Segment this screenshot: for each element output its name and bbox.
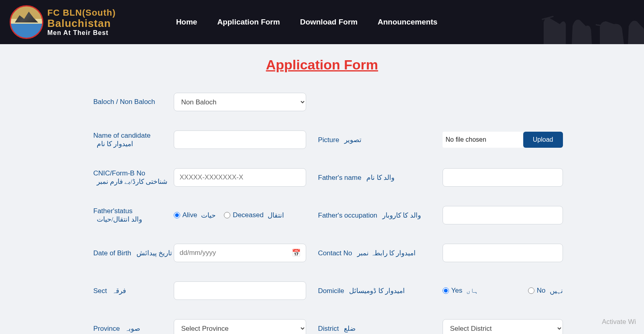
radio-domicile-no[interactable] <box>528 287 534 294</box>
radio-deceased-label[interactable]: Deceased انتقال <box>224 211 284 220</box>
label-father-name: Father's name والد کا نام <box>306 173 443 182</box>
label-picture: Picture تصویر <box>306 136 443 144</box>
row-sect-domicile: Sect فرقہ Domicile امیدوار کا ڈومیسائل Y… <box>37 281 607 300</box>
soldiers-silhouette-icon <box>540 2 644 44</box>
label-contact: Contact No امیدوار کا رابطہ نمبر <box>306 249 443 257</box>
main-nav: Home Application Form Download Form Anno… <box>176 18 437 26</box>
application-form: Baloch / Non Baloch Non Baloch Name of c… <box>25 93 619 334</box>
label-district: District ضلع <box>306 324 443 333</box>
select-baloch[interactable]: Non Baloch <box>174 93 306 111</box>
row-father-status-occupation: Father'status والد انتقال/حیات Alive حیا… <box>37 206 607 224</box>
input-father-name[interactable] <box>443 168 563 187</box>
label-domicile: Domicile امیدوار کا ڈومیسائل <box>306 287 443 295</box>
upload-button[interactable]: Upload <box>523 132 563 148</box>
select-province[interactable]: Select Province <box>174 319 306 334</box>
input-cnic[interactable] <box>174 168 306 187</box>
radio-alive-label[interactable]: Alive حیات <box>174 211 216 220</box>
input-father-occupation[interactable] <box>443 206 563 224</box>
row-province-district: Province صوبہ Select Province District ض… <box>37 319 607 334</box>
row-baloch: Baloch / Non Baloch Non Baloch <box>37 93 607 111</box>
row-cnic-father: CNIC/Form-B No شناختی کارڈ/بے فارم نمبر … <box>37 168 607 187</box>
file-chosen-text: No file chosen <box>443 132 523 148</box>
label-baloch: Baloch / Non Baloch <box>37 98 174 106</box>
row-dob-contact: Date of Birth تاریخ پیدائش 📅 Contact No … <box>37 244 607 262</box>
label-cnic: CNIC/Form-B No شناختی کارڈ/بے فارم نمبر <box>37 169 174 186</box>
label-sect: Sect فرقہ <box>37 287 174 295</box>
calendar-icon[interactable]: 📅 <box>292 248 301 257</box>
nav-application-form[interactable]: Application Form <box>217 18 280 26</box>
radio-deceased[interactable] <box>224 212 230 218</box>
radio-domicile-yes-label[interactable]: Yes ہاں <box>443 287 479 295</box>
radio-domicile-yes[interactable] <box>443 287 449 294</box>
input-candidate-name[interactable] <box>174 130 306 149</box>
input-sect[interactable] <box>174 281 306 300</box>
logo-line1: FC BLN(South) <box>47 8 116 18</box>
radio-domicile-no-label[interactable]: No نہیں <box>528 287 563 295</box>
radio-alive[interactable] <box>174 212 180 218</box>
select-district[interactable]: Select District <box>443 319 563 334</box>
label-candidate-name: Name of candidate امیدوار کا نام <box>37 132 174 148</box>
logo-line2: Baluchistan <box>47 18 116 29</box>
logo-line3: Men At Their Best <box>47 29 116 37</box>
label-father-occupation: Father's occupation والد کا کاروبار <box>306 211 443 220</box>
row-name-picture: Name of candidate امیدوار کا نام Picture… <box>37 130 607 149</box>
logo-text: FC BLN(South) Baluchistan Men At Their B… <box>47 8 116 36</box>
activate-windows-watermark: Activate Wi <box>602 318 636 326</box>
label-province: Province صوبہ <box>37 324 174 333</box>
logo-emblem <box>10 5 43 39</box>
main-header: FC BLN(South) Baluchistan Men At Their B… <box>0 0 644 44</box>
input-contact[interactable] <box>443 244 563 262</box>
input-dob[interactable] <box>174 244 306 262</box>
label-father-status: Father'status والد انتقال/حیات <box>37 207 174 224</box>
nav-announcements[interactable]: Announcements <box>378 18 437 26</box>
page-title: Application Form <box>0 57 644 73</box>
label-dob: Date of Birth تاریخ پیدائش <box>37 249 174 257</box>
nav-home[interactable]: Home <box>176 18 197 26</box>
nav-download-form[interactable]: Download Form <box>300 18 358 26</box>
logo: FC BLN(South) Baluchistan Men At Their B… <box>10 5 116 39</box>
